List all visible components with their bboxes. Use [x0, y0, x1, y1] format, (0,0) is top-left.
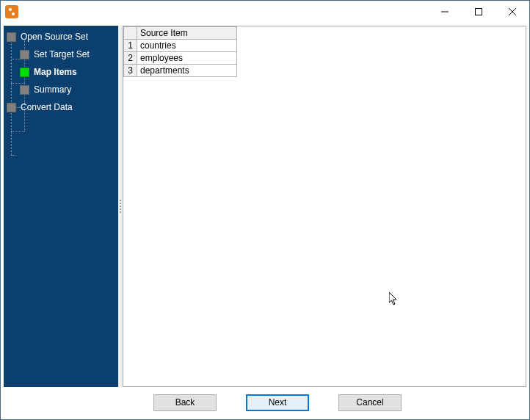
step-node-icon	[7, 103, 16, 112]
cancel-button[interactable]: Cancel	[338, 394, 402, 411]
step-map-items[interactable]: Map Items	[20, 67, 115, 77]
step-node-icon	[20, 85, 29, 95]
close-button[interactable]	[495, 1, 529, 23]
step-node-icon	[20, 68, 29, 77]
wizard-steps-sidebar: Open Source Set Set Target Set Map Items…	[4, 26, 118, 387]
source-items-table[interactable]: Source Item 1 countries 2 employees 3 de…	[123, 26, 237, 77]
row-number: 3	[124, 65, 137, 77]
cell-source-item[interactable]: employees	[137, 52, 237, 65]
window-controls	[428, 1, 529, 23]
table-row[interactable]: 1 countries	[124, 40, 237, 52]
app-icon	[5, 5, 18, 18]
cell-source-item[interactable]: departments	[137, 65, 237, 77]
maximize-icon	[475, 8, 482, 15]
step-convert-data[interactable]: Convert Data	[7, 102, 115, 112]
body-area: Open Source Set Set Target Set Map Items…	[1, 23, 529, 390]
content-panel: Source Item 1 countries 2 employees 3 de…	[123, 26, 526, 387]
step-label: Convert Data	[21, 102, 73, 112]
table-row[interactable]: 3 departments	[124, 65, 237, 77]
back-button[interactable]: Back	[153, 394, 217, 411]
splitter-grip-icon	[120, 200, 121, 213]
row-number: 1	[124, 40, 137, 52]
step-label: Map Items	[34, 67, 77, 77]
wizard-window: Open Source Set Set Target Set Map Items…	[0, 0, 530, 420]
next-button[interactable]: Next	[246, 394, 309, 411]
step-set-target-set[interactable]: Set Target Set	[20, 49, 115, 59]
step-node-icon	[20, 50, 29, 59]
step-label: Summary	[34, 84, 71, 95]
column-header-source-item[interactable]: Source Item	[137, 27, 237, 40]
step-label: Open Source Set	[21, 32, 88, 42]
cursor-icon	[389, 292, 401, 307]
titlebar	[1, 1, 529, 23]
table-row[interactable]: 2 employees	[124, 52, 237, 65]
table-corner	[124, 27, 137, 40]
svg-rect-1	[476, 9, 482, 15]
step-summary[interactable]: Summary	[20, 84, 115, 95]
cell-source-item[interactable]: countries	[137, 40, 237, 52]
step-label: Set Target Set	[34, 49, 90, 59]
minimize-button[interactable]	[428, 1, 462, 23]
minimize-icon	[441, 8, 449, 15]
row-number: 2	[124, 52, 137, 65]
step-node-icon	[7, 32, 16, 42]
maximize-button[interactable]	[462, 1, 495, 23]
close-icon	[509, 8, 516, 15]
wizard-footer: Back Next Cancel	[1, 390, 529, 419]
step-open-source-set[interactable]: Open Source Set	[7, 32, 115, 42]
